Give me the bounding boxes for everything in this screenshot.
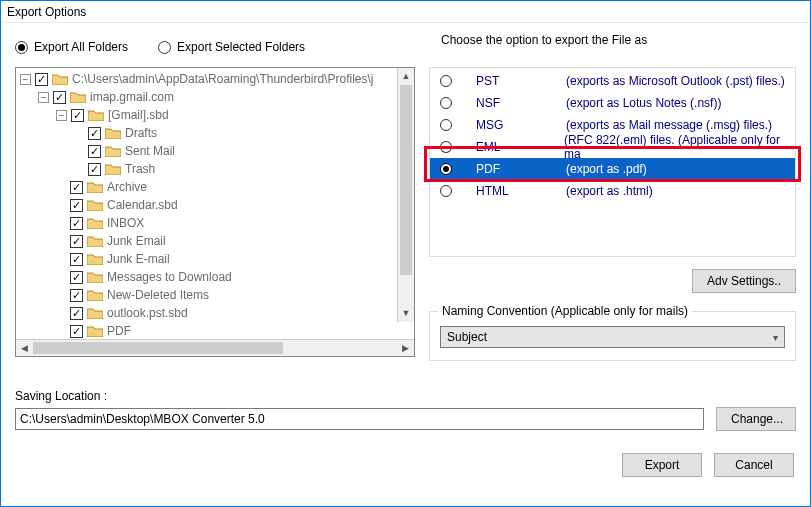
tree-row-inbox[interactable]: INBOX [16,214,414,232]
format-desc: (export as .pdf) [566,162,647,176]
format-desc: (exports as Microsoft Outlook (.pst) fil… [566,74,785,88]
folder-icon [105,145,121,157]
checkbox[interactable] [35,73,48,86]
format-desc: (export as Lotus Notes (.nsf)) [566,96,721,110]
radio-icon [440,163,452,175]
export-all-radio[interactable]: Export All Folders [15,40,128,54]
horizontal-scrollbar[interactable]: ◀ ▶ [16,339,414,356]
folder-icon [88,109,104,121]
export-all-label: Export All Folders [34,40,128,54]
window-title: Export Options [1,1,810,23]
format-header: Choose the option to export the File as [441,33,647,47]
tree-label: INBOX [107,216,144,230]
vertical-scrollbar[interactable]: ▲ ▼ [397,68,414,322]
collapse-icon[interactable]: − [20,74,31,85]
folder-icon [70,91,86,103]
format-list: PST (exports as Microsoft Outlook (.pst)… [429,67,796,257]
format-row-nsf[interactable]: NSF (export as Lotus Notes (.nsf)) [430,92,795,114]
tree-row-junk-email2[interactable]: Junk E-mail [16,250,414,268]
tree-label: Drafts [125,126,157,140]
tree-row-new-deleted[interactable]: New-Deleted Items [16,286,414,304]
tree-row-archive[interactable]: Archive [16,178,414,196]
scroll-up-icon[interactable]: ▲ [398,68,414,85]
folder-icon [87,181,103,193]
saving-location-label: Saving Location : [15,389,796,403]
tree-row-imap[interactable]: − imap.gmail.com [16,88,414,106]
scroll-thumb[interactable] [400,85,412,275]
checkbox[interactable] [70,325,83,338]
folder-icon [105,127,121,139]
checkbox[interactable] [70,217,83,230]
scroll-thumb[interactable] [33,342,283,354]
folder-tree[interactable]: − C:\Users\admin\AppData\Roaming\Thunder… [15,67,415,357]
folder-icon [87,325,103,337]
format-name: HTML [476,184,566,198]
radio-icon [15,41,28,54]
export-button[interactable]: Export [622,453,702,477]
checkbox[interactable] [53,91,66,104]
scroll-left-icon[interactable]: ◀ [16,340,33,356]
tree-label: C:\Users\admin\AppData\Roaming\Thunderbi… [72,72,373,86]
format-name: PST [476,74,566,88]
checkbox[interactable] [70,253,83,266]
tree-row-calendar[interactable]: Calendar.sbd [16,196,414,214]
tree-row-trash[interactable]: Trash [16,160,414,178]
folder-icon [87,271,103,283]
radio-icon [158,41,171,54]
checkbox[interactable] [70,235,83,248]
tree-row-root[interactable]: − C:\Users\admin\AppData\Roaming\Thunder… [16,70,414,88]
format-desc: (RFC 822(.eml) files. (Applicable only f… [564,133,795,161]
adv-settings-button[interactable]: Adv Settings.. [692,269,796,293]
radio-icon [440,97,452,109]
folder-icon [87,199,103,211]
format-desc: (export as .html) [566,184,653,198]
checkbox[interactable] [88,127,101,140]
folder-icon [105,163,121,175]
checkbox[interactable] [88,145,101,158]
checkbox[interactable] [88,163,101,176]
format-row-pst[interactable]: PST (exports as Microsoft Outlook (.pst)… [430,70,795,92]
tree-label: Archive [107,180,147,194]
checkbox[interactable] [70,307,83,320]
saving-location-input[interactable] [15,408,704,430]
tree-label: Junk Email [107,234,166,248]
naming-value: Subject [447,330,487,344]
radio-icon [440,119,452,131]
checkbox[interactable] [71,109,84,122]
format-row-eml[interactable]: EML (RFC 822(.eml) files. (Applicable on… [430,136,795,158]
cancel-button[interactable]: Cancel [714,453,794,477]
tree-label: New-Deleted Items [107,288,209,302]
naming-legend: Naming Convention (Applicable only for m… [438,304,692,318]
tree-row-junk-email[interactable]: Junk Email [16,232,414,250]
tree-label: outlook.pst.sbd [107,306,188,320]
tree-row-gmail[interactable]: − [Gmail].sbd [16,106,414,124]
tree-label: Junk E-mail [107,252,170,266]
checkbox[interactable] [70,271,83,284]
tree-row-sent[interactable]: Sent Mail [16,142,414,160]
format-row-html[interactable]: HTML (export as .html) [430,180,795,202]
collapse-icon[interactable]: − [56,110,67,121]
change-button[interactable]: Change... [716,407,796,431]
scroll-down-icon[interactable]: ▼ [398,305,414,322]
format-name: PDF [476,162,566,176]
checkbox[interactable] [70,289,83,302]
tree-row-outlook-pst[interactable]: outlook.pst.sbd [16,304,414,322]
tree-label: Trash [125,162,155,176]
folder-icon [87,253,103,265]
naming-convention-select[interactable]: Subject ▾ [440,326,785,348]
format-row-pdf[interactable]: PDF (export as .pdf) [430,158,795,180]
folder-icon [87,307,103,319]
tree-row-drafts[interactable]: Drafts [16,124,414,142]
checkbox[interactable] [70,181,83,194]
tree-label: Messages to Download [107,270,232,284]
tree-label: Calendar.sbd [107,198,178,212]
scroll-right-icon[interactable]: ▶ [397,340,414,356]
collapse-icon[interactable]: − [38,92,49,103]
tree-label: [Gmail].sbd [108,108,169,122]
format-name: NSF [476,96,566,110]
radio-icon [440,185,452,197]
tree-row-pdf[interactable]: PDF [16,322,414,339]
export-selected-radio[interactable]: Export Selected Folders [158,40,305,54]
checkbox[interactable] [70,199,83,212]
tree-row-messages-download[interactable]: Messages to Download [16,268,414,286]
